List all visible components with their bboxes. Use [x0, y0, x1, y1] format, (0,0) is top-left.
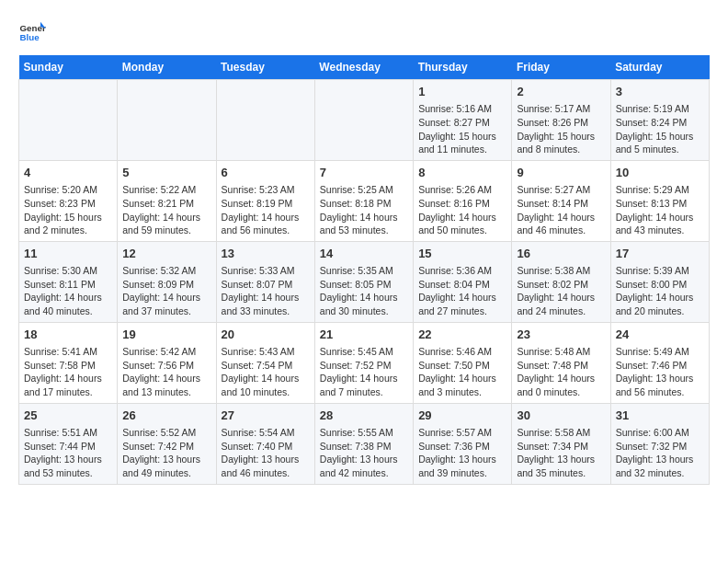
cell-info: Sunrise: 5:26 AMSunset: 8:16 PMDaylight:… — [418, 183, 506, 237]
calendar-cell: 24Sunrise: 5:49 AMSunset: 7:46 PMDayligh… — [610, 322, 709, 403]
cell-info: Sunrise: 5:19 AMSunset: 8:24 PMDaylight:… — [616, 102, 704, 156]
calendar-cell: 16Sunrise: 5:38 AMSunset: 8:02 PMDayligh… — [512, 241, 610, 322]
cell-info: Sunrise: 5:32 AMSunset: 8:09 PMDaylight:… — [122, 264, 210, 318]
cell-info: Sunrise: 5:23 AMSunset: 8:19 PMDaylight:… — [222, 183, 310, 237]
cell-info: Sunrise: 5:46 AMSunset: 7:50 PMDaylight:… — [418, 345, 506, 399]
cell-info: Sunrise: 5:39 AMSunset: 8:00 PMDaylight:… — [616, 264, 704, 318]
date-number: 29 — [418, 408, 506, 424]
date-number: 19 — [122, 327, 210, 343]
cell-info: Sunrise: 5:51 AMSunset: 7:44 PMDaylight:… — [24, 426, 112, 480]
calendar-cell — [314, 80, 413, 161]
day-header-thursday: Thursday — [414, 55, 512, 80]
logo: General Blue — [18, 18, 50, 46]
calendar-week-3: 11Sunrise: 5:30 AMSunset: 8:11 PMDayligh… — [19, 241, 710, 322]
calendar-cell: 1Sunrise: 5:16 AMSunset: 8:27 PMDaylight… — [414, 80, 512, 161]
calendar-week-1: 1Sunrise: 5:16 AMSunset: 8:27 PMDaylight… — [19, 80, 710, 161]
calendar-cell — [19, 80, 118, 161]
date-number: 22 — [418, 327, 506, 343]
date-number: 18 — [24, 327, 112, 343]
calendar-cell: 8Sunrise: 5:26 AMSunset: 8:16 PMDaylight… — [414, 160, 512, 241]
calendar-week-2: 4Sunrise: 5:20 AMSunset: 8:23 PMDaylight… — [19, 160, 710, 241]
calendar-cell: 21Sunrise: 5:45 AMSunset: 7:52 PMDayligh… — [314, 322, 413, 403]
date-number: 21 — [320, 327, 408, 343]
date-number: 15 — [418, 246, 506, 262]
logo-icon: General Blue — [18, 18, 46, 46]
date-number: 10 — [616, 165, 704, 181]
date-number: 24 — [616, 327, 704, 343]
calendar-table: SundayMondayTuesdayWednesdayThursdayFrid… — [18, 55, 710, 485]
calendar-cell: 15Sunrise: 5:36 AMSunset: 8:04 PMDayligh… — [414, 241, 512, 322]
calendar-cell: 4Sunrise: 5:20 AMSunset: 8:23 PMDaylight… — [19, 160, 118, 241]
date-number: 16 — [517, 246, 605, 262]
date-number: 11 — [24, 246, 112, 262]
day-header-monday: Monday — [118, 55, 216, 80]
calendar-cell: 9Sunrise: 5:27 AMSunset: 8:14 PMDaylight… — [512, 160, 610, 241]
calendar-cell — [118, 80, 216, 161]
calendar-header-row: SundayMondayTuesdayWednesdayThursdayFrid… — [19, 55, 710, 80]
cell-info: Sunrise: 5:30 AMSunset: 8:11 PMDaylight:… — [24, 264, 112, 318]
calendar-cell: 23Sunrise: 5:48 AMSunset: 7:48 PMDayligh… — [512, 322, 610, 403]
cell-info: Sunrise: 5:36 AMSunset: 8:04 PMDaylight:… — [418, 264, 506, 318]
cell-info: Sunrise: 5:45 AMSunset: 7:52 PMDaylight:… — [320, 345, 408, 399]
cell-info: Sunrise: 5:57 AMSunset: 7:36 PMDaylight:… — [418, 426, 506, 480]
date-number: 12 — [122, 246, 210, 262]
calendar-cell: 31Sunrise: 6:00 AMSunset: 7:32 PMDayligh… — [610, 403, 709, 484]
date-number: 25 — [24, 408, 112, 424]
calendar-cell — [216, 80, 314, 161]
date-number: 9 — [517, 165, 605, 181]
date-number: 4 — [24, 165, 112, 181]
calendar-cell: 18Sunrise: 5:41 AMSunset: 7:58 PMDayligh… — [19, 322, 118, 403]
date-number: 2 — [517, 84, 605, 100]
date-number: 3 — [616, 84, 704, 100]
cell-info: Sunrise: 5:27 AMSunset: 8:14 PMDaylight:… — [517, 183, 605, 237]
calendar-cell: 6Sunrise: 5:23 AMSunset: 8:19 PMDaylight… — [216, 160, 314, 241]
day-header-saturday: Saturday — [610, 55, 709, 80]
cell-info: Sunrise: 5:49 AMSunset: 7:46 PMDaylight:… — [616, 345, 704, 399]
date-number: 13 — [222, 246, 310, 262]
date-number: 26 — [122, 408, 210, 424]
cell-info: Sunrise: 5:16 AMSunset: 8:27 PMDaylight:… — [418, 102, 506, 156]
date-number: 20 — [222, 327, 310, 343]
calendar-cell: 12Sunrise: 5:32 AMSunset: 8:09 PMDayligh… — [118, 241, 216, 322]
calendar-cell: 22Sunrise: 5:46 AMSunset: 7:50 PMDayligh… — [414, 322, 512, 403]
calendar-cell: 11Sunrise: 5:30 AMSunset: 8:11 PMDayligh… — [19, 241, 118, 322]
day-header-friday: Friday — [512, 55, 610, 80]
cell-info: Sunrise: 5:29 AMSunset: 8:13 PMDaylight:… — [616, 183, 704, 237]
day-header-tuesday: Tuesday — [216, 55, 314, 80]
cell-info: Sunrise: 5:48 AMSunset: 7:48 PMDaylight:… — [517, 345, 605, 399]
date-number: 5 — [122, 165, 210, 181]
date-number: 30 — [517, 408, 605, 424]
date-number: 27 — [222, 408, 310, 424]
calendar-cell: 2Sunrise: 5:17 AMSunset: 8:26 PMDaylight… — [512, 80, 610, 161]
date-number: 28 — [320, 408, 408, 424]
date-number: 7 — [320, 165, 408, 181]
cell-info: Sunrise: 5:58 AMSunset: 7:34 PMDaylight:… — [517, 426, 605, 480]
date-number: 8 — [418, 165, 506, 181]
date-number: 17 — [616, 246, 704, 262]
calendar-cell: 13Sunrise: 5:33 AMSunset: 8:07 PMDayligh… — [216, 241, 314, 322]
cell-info: Sunrise: 5:17 AMSunset: 8:26 PMDaylight:… — [517, 102, 605, 156]
cell-info: Sunrise: 5:54 AMSunset: 7:40 PMDaylight:… — [222, 426, 310, 480]
cell-info: Sunrise: 5:35 AMSunset: 8:05 PMDaylight:… — [320, 264, 408, 318]
calendar-cell: 28Sunrise: 5:55 AMSunset: 7:38 PMDayligh… — [314, 403, 413, 484]
calendar-week-5: 25Sunrise: 5:51 AMSunset: 7:44 PMDayligh… — [19, 403, 710, 484]
day-header-sunday: Sunday — [19, 55, 118, 80]
svg-text:Blue: Blue — [20, 32, 40, 42]
cell-info: Sunrise: 6:00 AMSunset: 7:32 PMDaylight:… — [616, 426, 704, 480]
calendar-week-4: 18Sunrise: 5:41 AMSunset: 7:58 PMDayligh… — [19, 322, 710, 403]
date-number: 1 — [418, 84, 506, 100]
cell-info: Sunrise: 5:43 AMSunset: 7:54 PMDaylight:… — [222, 345, 310, 399]
day-header-wednesday: Wednesday — [314, 55, 413, 80]
date-number: 14 — [320, 246, 408, 262]
cell-info: Sunrise: 5:55 AMSunset: 7:38 PMDaylight:… — [320, 426, 408, 480]
cell-info: Sunrise: 5:38 AMSunset: 8:02 PMDaylight:… — [517, 264, 605, 318]
date-number: 6 — [222, 165, 310, 181]
calendar-cell: 29Sunrise: 5:57 AMSunset: 7:36 PMDayligh… — [414, 403, 512, 484]
page-header: General Blue — [18, 18, 710, 46]
calendar-cell: 7Sunrise: 5:25 AMSunset: 8:18 PMDaylight… — [314, 160, 413, 241]
cell-info: Sunrise: 5:42 AMSunset: 7:56 PMDaylight:… — [122, 345, 210, 399]
calendar-cell: 3Sunrise: 5:19 AMSunset: 8:24 PMDaylight… — [610, 80, 709, 161]
calendar-cell: 27Sunrise: 5:54 AMSunset: 7:40 PMDayligh… — [216, 403, 314, 484]
cell-info: Sunrise: 5:33 AMSunset: 8:07 PMDaylight:… — [222, 264, 310, 318]
calendar-cell: 10Sunrise: 5:29 AMSunset: 8:13 PMDayligh… — [610, 160, 709, 241]
